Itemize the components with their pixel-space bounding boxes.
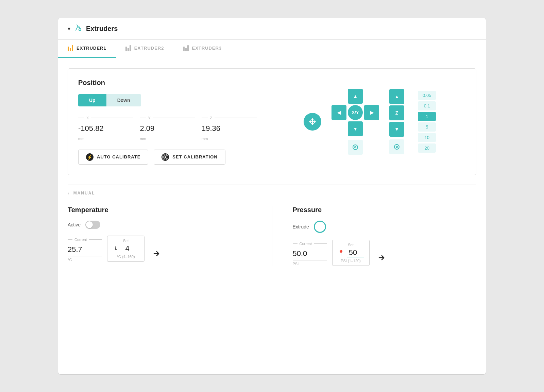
dpad-up-button[interactable]: ▲ <box>348 89 363 104</box>
dpad-right-button[interactable]: ▶ <box>364 105 379 120</box>
position-section: Position Up Down X -105.82 mm Y 2.09 mm <box>68 68 476 175</box>
z-unit: mm <box>202 137 257 141</box>
dpad-left-button[interactable]: ◀ <box>332 105 346 120</box>
dpad-center-label: X/Y <box>348 105 363 120</box>
pressure-send-button[interactable] <box>375 251 388 266</box>
svg-point-2 <box>164 156 166 158</box>
up-button[interactable]: Up <box>78 94 106 106</box>
temperature-set-box: Set 🌡 °C (4–160) <box>107 236 144 262</box>
z-home-button[interactable] <box>389 139 404 154</box>
position-title: Position <box>78 79 257 87</box>
temperature-current-label: Current <box>68 238 102 242</box>
pressure-current-label: Current <box>293 242 327 246</box>
temperature-toggle[interactable] <box>85 221 100 229</box>
svg-point-10 <box>396 146 397 148</box>
dpad-down-button[interactable]: ▼ <box>348 121 363 136</box>
set-calibration-button[interactable]: SET CALIBRATION <box>154 150 225 165</box>
calibration-buttons: ⚡ AUTO CALIBRATE <box>78 150 257 165</box>
xy-dpad: ▲ ◀ X/Y ▶ ▼ <box>332 89 379 136</box>
step-1[interactable]: 1 <box>418 112 436 121</box>
step-005[interactable]: 0.05 <box>418 91 436 100</box>
toggle-knob <box>86 221 93 228</box>
pressure-section: Pressure Extrude Current 50.0 PSI Set 📍 <box>293 206 477 266</box>
step-01[interactable]: 0.1 <box>418 101 436 110</box>
temperature-current-value: 25.7 <box>68 243 102 256</box>
temperature-section: Temperature Active Current 25.7 °C Set <box>68 206 252 266</box>
step-sizes: 0.05 0.1 1 5 10 20 <box>418 91 436 153</box>
position-controls: Position Up Down X -105.82 mm Y 2.09 mm <box>78 79 267 165</box>
z-center-label: Z <box>389 105 404 120</box>
temperature-title: Temperature <box>68 206 252 214</box>
manual-divider <box>99 193 476 193</box>
pressure-extrude-label: Extrude <box>293 224 309 229</box>
pressure-icon: 📍 <box>338 250 344 256</box>
down-button[interactable]: Down <box>106 94 141 106</box>
header: ▾ Extruders <box>58 18 486 40</box>
jog-area: ▲ ◀ X/Y ▶ ▼ <box>304 89 436 155</box>
header-title: Extruders <box>86 25 118 33</box>
step-5[interactable]: 5 <box>418 122 436 132</box>
content-area: Position Up Down X -105.82 mm Y 2.09 mm <box>58 58 486 279</box>
pressure-set-label: Set <box>348 243 354 247</box>
jog-controls: ▲ ◀ X/Y ▶ ▼ <box>267 79 466 165</box>
xy-home-button[interactable] <box>348 140 363 155</box>
auto-calibrate-icon: ⚡ <box>86 153 94 161</box>
manual-section: › MANUAL <box>68 185 476 196</box>
temperature-set-value-row: 🌡 <box>113 244 138 253</box>
dpad-empty-tr <box>364 89 379 104</box>
up-down-buttons: Up Down <box>78 94 257 106</box>
svg-point-7 <box>353 145 358 150</box>
extruder2-icon <box>125 45 131 51</box>
dpad-empty-tl <box>332 89 346 104</box>
pressure-set-box: Set 📍 PSI (1–120) <box>332 240 370 266</box>
tp-divider <box>272 206 272 266</box>
temperature-send-button[interactable] <box>150 247 163 262</box>
thermometer-icon: 🌡 <box>113 245 119 252</box>
pressure-set-input[interactable] <box>347 248 364 257</box>
temperature-set-label: Set <box>123 239 129 243</box>
z-field: Z 19.36 mm <box>202 116 257 141</box>
tab-extruder2[interactable]: EXTRUDER2 <box>116 40 174 58</box>
xy-dpad-container: ▲ ◀ X/Y ▶ ▼ <box>332 89 379 155</box>
pressure-set-unit: PSI (1–120) <box>341 259 361 263</box>
temperature-current-group: Current 25.7 °C <box>68 238 102 262</box>
svg-point-8 <box>355 147 356 148</box>
auto-calibrate-button[interactable]: ⚡ AUTO CALIBRATE <box>78 150 148 165</box>
step-10[interactable]: 10 <box>418 133 436 142</box>
pressure-current-value: 50.0 <box>293 247 327 260</box>
extrude-toggle[interactable] <box>314 221 326 233</box>
x-value: -105.82 <box>78 122 133 135</box>
dpad-empty-bl <box>332 121 346 136</box>
manual-header[interactable]: › MANUAL <box>68 190 476 196</box>
y-value: 2.09 <box>140 122 195 135</box>
pressure-set-value-row: 📍 <box>338 248 364 257</box>
x-label: X <box>78 116 133 120</box>
pressure-current-group: Current 50.0 PSI <box>293 242 327 266</box>
extruder-icon <box>74 24 82 33</box>
extruder3-icon <box>183 45 189 51</box>
temp-pressure-container: Temperature Active Current 25.7 °C Set <box>68 196 476 273</box>
extruder1-icon <box>68 45 73 51</box>
manual-label: MANUAL <box>73 191 95 195</box>
z-value: 19.36 <box>202 122 257 135</box>
temperature-current-unit: °C <box>68 258 102 262</box>
main-card: ▾ Extruders EXTRUDER1 EXTRUDER2 <box>58 18 486 375</box>
pressure-current-unit: PSI <box>293 262 327 266</box>
svg-point-0 <box>79 29 81 31</box>
pressure-fields: Current 50.0 PSI Set 📍 PSI (1–120) <box>293 240 477 266</box>
set-calibration-icon <box>162 153 169 161</box>
tabs-container: EXTRUDER1 EXTRUDER2 EXTRUDER3 <box>58 40 486 58</box>
tab-extruder1[interactable]: EXTRUDER1 <box>58 40 116 58</box>
tab-extruder3[interactable]: EXTRUDER3 <box>174 40 232 58</box>
x-field: X -105.82 mm <box>78 116 133 141</box>
temperature-active-row: Active <box>68 221 252 229</box>
z-up-button[interactable]: ▲ <box>389 89 404 104</box>
y-label: Y <box>140 116 195 120</box>
z-down-button[interactable]: ▼ <box>389 122 404 137</box>
step-20[interactable]: 20 <box>418 143 436 153</box>
collapse-chevron[interactable]: ▾ <box>68 25 70 32</box>
temperature-set-input[interactable] <box>121 244 138 253</box>
move-icon[interactable] <box>304 113 321 131</box>
svg-point-1 <box>163 155 168 159</box>
pressure-title: Pressure <box>293 206 477 214</box>
